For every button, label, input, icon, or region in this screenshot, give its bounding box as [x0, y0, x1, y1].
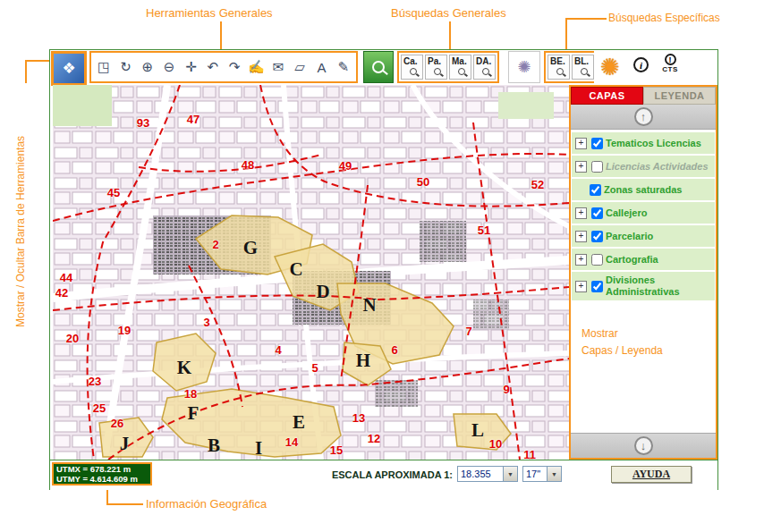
expand-plus-icon[interactable]: +: [575, 161, 587, 173]
layer-checkbox-5[interactable]: [591, 254, 603, 266]
identify-tool-button[interactable]: ✍: [246, 55, 266, 80]
expand-plus-icon[interactable]: +: [575, 281, 587, 292]
magnifier-icon: [372, 61, 385, 73]
status-bar: UTMX = 678.221 m UTMY = 4.614.609 m ESCA…: [50, 460, 717, 490]
measure-tool-button[interactable]: ▱: [290, 55, 310, 80]
zoom-out-tool-button[interactable]: ⊖: [159, 55, 179, 80]
layer-row-0: +Tematicos Licencias: [572, 132, 715, 154]
toolbar: ❖ ◳↻⊕⊖✛↶↷✍✉▱A✎ Ca.Pa.Ma.DA. BE.BL. CTS: [50, 50, 717, 84]
panel-collapse-up-button[interactable]: [571, 105, 716, 130]
specific-search-button-1[interactable]: BL.: [572, 55, 594, 80]
layer-list: +Tematicos Licencias+Licencias Actividad…: [571, 130, 716, 300]
general-tools-group: ◳↻⊕⊖✛↶↷✍✉▱A✎: [89, 51, 358, 83]
specific-search-button-0[interactable]: BE.: [548, 55, 570, 80]
search-button-label: Ca.: [403, 56, 418, 66]
layer-checkbox-3[interactable]: [591, 207, 603, 219]
full-extent-tool-button[interactable]: ↻: [115, 55, 135, 80]
layer-label-5: Cartografia: [606, 254, 658, 266]
expand-plus-icon[interactable]: +: [575, 231, 587, 242]
layer-checkbox-1[interactable]: [591, 161, 603, 173]
search-map-button[interactable]: [363, 51, 394, 83]
scale-select-value: 18.355: [458, 467, 503, 481]
general-search-button-3[interactable]: DA.: [473, 55, 496, 80]
search-button-label: Pa.: [428, 56, 441, 66]
map-viewport[interactable]: 9347484950524551444222019347652318259261…: [53, 85, 569, 460]
settings-gear-button[interactable]: [594, 51, 626, 83]
layer-row-4: +Parcelario: [572, 225, 715, 247]
general-search-button-2[interactable]: Ma.: [449, 55, 471, 80]
panel-hint-line1: Mostrar: [581, 325, 716, 342]
zoom-in-tool-button[interactable]: ⊕: [138, 55, 157, 80]
search-button-label: Ma.: [452, 56, 467, 66]
expand-plus-icon[interactable]: +: [575, 138, 587, 149]
specific-search-group: BE.BL.: [544, 51, 598, 83]
layer-checkbox-6[interactable]: [591, 281, 603, 292]
callout-line: [565, 18, 567, 49]
annotation-general-tools: Herramientas Generales: [146, 6, 273, 20]
screen-size-value: 17": [523, 467, 547, 481]
annotation-toggle-toolbar: Mostrar / Ocultar Barra de Herramientas: [14, 84, 27, 327]
magnifier-icon: [482, 68, 489, 75]
search-button-label: DA.: [476, 56, 491, 66]
tab-leyenda[interactable]: LEYENDA: [643, 87, 716, 105]
toggle-toolbar-button[interactable]: ❖: [51, 51, 87, 86]
general-search-button-1[interactable]: Pa.: [425, 55, 447, 80]
callout-line: [25, 60, 27, 83]
expand-plus-icon[interactable]: +: [575, 254, 587, 266]
callout-line: [220, 21, 222, 49]
annotation-specific-search: Búsquedas Específicas: [608, 12, 720, 24]
search-button-label: BL.: [574, 56, 589, 66]
draw-tool-button[interactable]: ✎: [334, 55, 353, 80]
undo-view-tool-button[interactable]: ↶: [203, 55, 223, 80]
utm-coordinates-box: UTMX = 678.221 m UTMY = 4.614.609 m: [52, 462, 152, 486]
callout-line: [106, 503, 143, 505]
cts-label: CTS: [657, 65, 683, 73]
map-canvas[interactable]: [53, 85, 569, 460]
magnifier-icon: [434, 68, 441, 75]
cts-button[interactable]: CTS: [657, 54, 683, 80]
scale-select[interactable]: 18.355: [457, 466, 518, 482]
callout-line: [25, 60, 52, 62]
magnifier-icon: [581, 68, 588, 75]
tab-capas[interactable]: CAPAS: [571, 87, 643, 105]
layer-label-2: Zonas saturadas: [604, 184, 682, 196]
general-search-group: Ca.Pa.Ma.DA.: [397, 51, 499, 83]
layer-label-1: Licencias Actividades: [606, 161, 709, 173]
label-text-tool-button[interactable]: A: [311, 55, 331, 80]
layer-checkbox-2[interactable]: [590, 184, 601, 196]
panel-hint-line2: Capas / Leyenda: [581, 342, 716, 359]
pan-tool-button[interactable]: ✛: [181, 55, 200, 80]
general-search-button-0[interactable]: Ca.: [401, 55, 423, 80]
help-button[interactable]: AYUDA: [611, 466, 692, 483]
arrow-down-icon: [634, 436, 653, 455]
layer-checkbox-0[interactable]: [591, 138, 603, 149]
annotation-general-search: Búsquedas Generales: [391, 6, 506, 20]
utmx-value: UTMX = 678.221 m: [56, 464, 148, 474]
layer-label-6: Divisiones Administrativas: [606, 274, 713, 298]
layer-label-0: Tematicos Licencias: [606, 138, 701, 149]
layer-checkbox-4[interactable]: [591, 231, 603, 242]
magnifier-icon: [458, 68, 465, 75]
overview-map-tool-button[interactable]: ◳: [94, 55, 114, 80]
print-tool-button[interactable]: ✉: [268, 55, 288, 80]
chevron-down-icon[interactable]: [503, 467, 517, 481]
gis-application-window: ❖ ◳↻⊕⊖✛↶↷✍✉▱A✎ Ca.Pa.Ma.DA. BE.BL. CTS: [49, 49, 718, 490]
search-button-label: BE.: [550, 56, 565, 66]
panel-hint: Mostrar Capas / Leyenda: [581, 325, 716, 359]
chevron-down-icon[interactable]: [547, 467, 561, 481]
tools-icon: ❖: [62, 59, 75, 78]
layer-label-3: Callejero: [606, 207, 647, 219]
panel-tabs: CAPAS LEYENDA: [571, 87, 716, 105]
magnifier-icon: [556, 68, 564, 75]
info-button[interactable]: [633, 57, 649, 72]
utmy-value: UTMY = 4.614.609 m: [56, 474, 148, 484]
panel-collapse-down-button[interactable]: [571, 433, 716, 458]
screen-size-select[interactable]: 17": [522, 466, 562, 482]
layer-row-3: +Callejero: [572, 202, 715, 224]
layer-row-5: +Cartografia: [572, 249, 715, 270]
expand-plus-icon[interactable]: +: [575, 207, 587, 219]
specific-search-button[interactable]: [508, 51, 540, 83]
redo-view-tool-button[interactable]: ↷: [225, 55, 244, 80]
layers-panel: CAPAS LEYENDA +Tematicos Licencias+Licen…: [569, 85, 717, 460]
layer-row-6: +Divisiones Administrativas: [572, 272, 715, 300]
